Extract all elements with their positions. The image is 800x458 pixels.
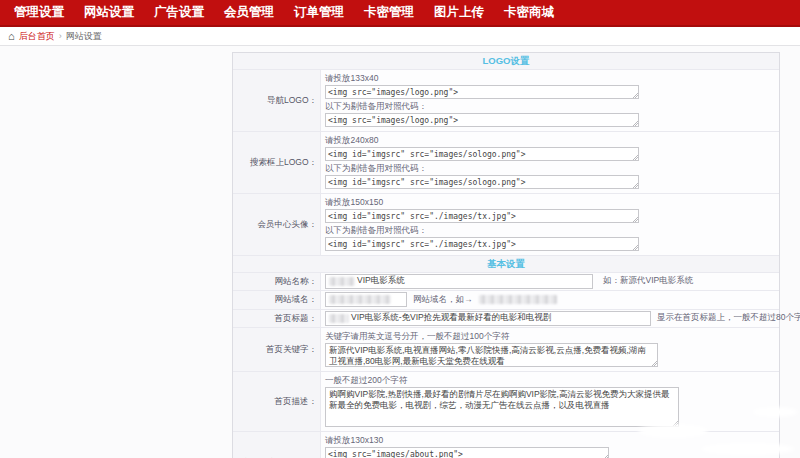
home-title-label: 首页标题： [233, 310, 321, 327]
home-keywords-textarea[interactable]: 新源代VIP电影系统,电视直播网站,零八影院快播,高清云影视,云点播,免费看视频… [325, 343, 658, 367]
nav-item-admin-settings[interactable]: 管理设置 [8, 0, 70, 25]
site-domain-hint: 网站域名，如→ [413, 294, 473, 306]
home-title-value: VIP电影系统-免VIP抢先观看最新好看的电影和电视剧 [351, 312, 551, 324]
site-domain-input[interactable] [325, 292, 407, 307]
site-settings-form: LOGO设置 导航LOGO： 请投放133x40 <img src="image… [232, 52, 780, 458]
search-logo-code-textarea[interactable]: <img id="imgsrc" src="images/sologo.png"… [325, 147, 639, 161]
section-header-basic: 基本设置 [233, 256, 779, 273]
home-title-hint: 显示在首页标题上，一般不超过80个字符 [657, 312, 800, 324]
member-avatar-code-textarea[interactable]: <img id="imgsrc" src="./images/tx.jpg"> [325, 209, 639, 223]
breadcrumb: ⌂ 后台首页 › 网站设置 [0, 27, 800, 46]
home-keywords-label: 首页关键字： [233, 328, 321, 371]
nav-item-card-manage[interactable]: 卡密管理 [358, 0, 420, 25]
nav-logo-backup-label: 以下为剔错备用对照代码： [325, 100, 775, 112]
home-desc-textarea[interactable]: 购啊购VIP影院,热剧快播,最好看的剧情片尽在购啊购VIP影院,高清云影视免费为… [325, 387, 679, 427]
home-desc-tip: 一般不超过200个字符 [325, 374, 775, 386]
row-home-keywords: 首页关键字： 关键字请用英文逗号分开，一般不超过100个字符 新源代VIP电影系… [233, 328, 779, 372]
redacted-text [329, 277, 355, 286]
nav-logo-code-textarea[interactable]: <img src="images/logo.png"> [325, 85, 639, 99]
search-logo-label: 搜索框上LOGO： [233, 132, 321, 193]
white-smudge [700, 443, 795, 455]
breadcrumb-home-link[interactable]: 后台首页 [19, 30, 55, 43]
nav-item-image-upload[interactable]: 图片上传 [428, 0, 490, 25]
nav-logo-backup-textarea[interactable]: <img src="images/logo.png"> [325, 113, 639, 127]
member-avatar-label: 会员中心头像： [233, 194, 321, 255]
member-avatar-backup-label: 以下为剔错备用对照代码： [325, 224, 775, 236]
breadcrumb-separator: › [59, 31, 62, 41]
search-logo-size-hint: 请投放240x80 [325, 134, 775, 146]
nav-item-site-settings[interactable]: 网站设置 [78, 0, 140, 25]
redacted-text [479, 295, 557, 304]
pc-wechat-size-hint: 请投放130x130 [325, 434, 775, 446]
section-title-logo: LOGO设置 [483, 55, 530, 68]
section-title-basic: 基本设置 [487, 258, 525, 271]
row-nav-logo: 导航LOGO： 请投放133x40 <img src="images/logo.… [233, 70, 779, 132]
nav-item-order-manage[interactable]: 订单管理 [288, 0, 350, 25]
breadcrumb-current: 网站设置 [66, 30, 102, 43]
home-icon: ⌂ [8, 31, 15, 42]
row-search-logo: 搜索框上LOGO： 请投放240x80 <img id="imgsrc" src… [233, 132, 779, 194]
top-nav: 管理设置 网站设置 广告设置 会员管理 订单管理 卡密管理 图片上传 卡密商城 [0, 0, 800, 27]
nav-item-ad-settings[interactable]: 广告设置 [148, 0, 210, 25]
home-desc-label: 首页描述： [233, 372, 321, 431]
row-site-name: 网站名称： VIP电影系统 如：新源代VIP电影系统 [233, 273, 779, 291]
site-name-label: 网站名称： [233, 273, 321, 290]
search-logo-backup-label: 以下为剔错备用对照代码： [325, 162, 775, 174]
site-name-value: VIP电影系统 [357, 275, 405, 287]
member-avatar-backup-textarea[interactable]: <img id="imgsrc" src="./images/tx.jpg"> [325, 237, 639, 251]
pc-wechat-code-textarea[interactable]: <img src="images/about.png"> [325, 447, 609, 458]
site-name-input[interactable]: VIP电影系统 [325, 274, 593, 289]
nav-logo-label: 导航LOGO： [233, 70, 321, 131]
nav-item-member-manage[interactable]: 会员管理 [218, 0, 280, 25]
site-name-hint: 如：新源代VIP电影系统 [603, 275, 693, 287]
pc-wechat-label: 电脑版导航微信关注： [233, 432, 321, 458]
redacted-text [329, 295, 391, 304]
row-site-domain: 网站域名： 网站域名，如→ [233, 291, 779, 310]
nav-logo-size-hint: 请投放133x40 [325, 72, 775, 84]
white-smudge [638, 424, 708, 438]
search-logo-backup-textarea[interactable]: <img id="imgsrc" src="images/sologo.png"… [325, 175, 639, 189]
white-smudge [752, 407, 798, 417]
home-keywords-tip: 关键字请用英文逗号分开，一般不超过100个字符 [325, 330, 775, 342]
member-avatar-size-hint: 请投放150x150 [325, 196, 775, 208]
site-domain-label: 网站域名： [233, 291, 321, 309]
section-header-logo: LOGO设置 [233, 53, 779, 70]
redacted-text [329, 314, 349, 323]
row-home-title: 首页标题： VIP电影系统-免VIP抢先观看最新好看的电影和电视剧 显示在首页标… [233, 310, 779, 328]
row-home-desc: 首页描述： 一般不超过200个字符 购啊购VIP影院,热剧快播,最好看的剧情片尽… [233, 372, 779, 432]
row-member-avatar: 会员中心头像： 请投放150x150 <img id="imgsrc" src=… [233, 194, 779, 256]
home-title-input[interactable]: VIP电影系统-免VIP抢先观看最新好看的电影和电视剧 [325, 311, 651, 326]
nav-item-card-shop[interactable]: 卡密商城 [498, 0, 560, 25]
